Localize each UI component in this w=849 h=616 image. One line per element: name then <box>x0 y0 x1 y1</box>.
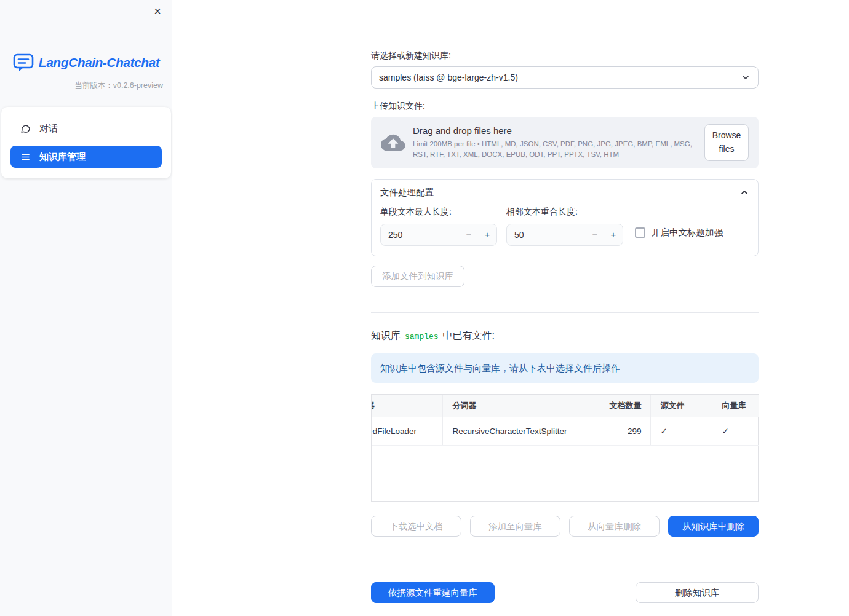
info-banner: 知识库中包含源文件与向量库，请从下表中选择文件后操作 <box>371 353 759 383</box>
minus-icon[interactable]: − <box>460 224 478 245</box>
col-header-splitter[interactable]: 分词器 <box>442 395 583 417</box>
file-config-body: 单段文本最大长度: 250 − + 相邻文本重合长度: 50 − + 开启中文标… <box>372 205 758 256</box>
add-files-button[interactable]: 添加文件到知识库 <box>371 266 464 287</box>
max-length-input[interactable]: 250 − + <box>380 224 497 246</box>
zh-title-enhance-label: 开启中文标题加强 <box>652 227 723 239</box>
divider <box>371 561 759 561</box>
file-config-title: 文件处理配置 <box>380 187 434 199</box>
chat-bubble-icon <box>20 124 31 134</box>
kb-files-suffix: 中已有文件: <box>443 330 495 342</box>
kb-files-table[interactable]: 文档加载器 分词器 文档数量 源文件 向量库 UnstructuredFileL… <box>371 394 759 502</box>
file-config-expander-header[interactable]: 文件处理配置 <box>372 180 758 205</box>
table-header-row: 文档加载器 分词器 文档数量 源文件 向量库 <box>372 395 759 417</box>
plus-icon[interactable]: + <box>478 224 496 245</box>
zh-title-enhance: 开启中文标题加强 <box>635 221 723 243</box>
overlap-group: 相邻文本重合长度: 50 − + <box>506 207 623 246</box>
kb-bottom-buttons: 依据源文件重建向量库 删除知识库 <box>371 582 759 603</box>
col-header-source-file[interactable]: 源文件 <box>650 395 712 417</box>
list-icon <box>20 152 31 162</box>
version-label: 当前版本：v0.2.6-preview <box>0 81 172 91</box>
add-to-vector-store-button[interactable]: 添加至向量库 <box>470 516 560 537</box>
max-length-label: 单段文本最大长度: <box>380 207 497 218</box>
app-title: LangChain-Chatchat <box>39 55 159 70</box>
sidebar-item-dialogue[interactable]: 对话 <box>10 117 162 140</box>
zh-title-enhance-checkbox[interactable] <box>635 227 645 238</box>
uploader-title: Drag and drop files here <box>413 125 698 136</box>
overlap-value: 50 <box>507 224 586 245</box>
chevron-up-icon <box>739 188 749 197</box>
overlap-input[interactable]: 50 − + <box>506 224 623 246</box>
file-config-expander: 文件处理配置 单段文本最大长度: 250 − + 相邻文本重合长度: 50 <box>371 179 759 256</box>
cell-source-check: ✓ <box>650 417 712 445</box>
col-header-vector-store[interactable]: 向量库 <box>712 395 759 417</box>
max-length-group: 单段文本最大长度: 250 − + <box>380 207 497 246</box>
chevron-down-icon <box>741 73 751 82</box>
kb-select[interactable]: samples (faiss @ bge-large-zh-v1.5) <box>371 66 759 89</box>
kb-select-label: 请选择或新建知识库: <box>371 50 759 61</box>
uploader-limit: Limit 200MB per file • HTML, MD, JSON, C… <box>413 139 698 159</box>
cell-doc-count: 299 <box>583 417 650 445</box>
cloud-upload-icon <box>381 130 405 155</box>
delete-from-vector-store-button[interactable]: 从向量库删除 <box>569 516 660 537</box>
minus-icon[interactable]: − <box>586 224 604 245</box>
max-length-value: 250 <box>381 224 460 245</box>
cell-splitter: RecursiveCharacterTextSplitter <box>442 417 583 445</box>
sidebar-item-knowledge-base[interactable]: 知识库管理 <box>10 146 162 168</box>
cell-loader: UnstructuredFileLoader <box>372 417 442 445</box>
file-uploader-dropzone[interactable]: Drag and drop files here Limit 200MB per… <box>371 117 759 168</box>
sidebar: × LangChain-Chatchat 当前版本：v0.2.6-preview… <box>0 0 172 616</box>
plus-icon[interactable]: + <box>604 224 623 245</box>
kb-name-code: samples <box>405 332 439 341</box>
kb-files-heading: 知识库 samples 中已有文件: <box>371 330 759 342</box>
download-selected-button[interactable]: 下载选中文档 <box>371 516 461 537</box>
uploader-texts: Drag and drop files here Limit 200MB per… <box>413 125 704 159</box>
kb-select-value: samples (faiss @ bge-large-zh-v1.5) <box>379 73 741 82</box>
file-action-buttons: 下载选中文档 添加至向量库 从向量库删除 从知识库中删除 <box>371 516 759 537</box>
divider <box>371 312 759 313</box>
sidebar-item-label: 知识库管理 <box>39 151 86 163</box>
delete-kb-button[interactable]: 删除知识库 <box>636 582 759 603</box>
sidebar-menu: 对话 知识库管理 <box>1 107 171 178</box>
table-row[interactable]: UnstructuredFileLoader RecursiveCharacte… <box>372 417 759 445</box>
col-header-loader[interactable]: 文档加载器 <box>372 395 442 417</box>
logo: LangChain-Chatchat <box>0 53 172 72</box>
browse-files-button[interactable]: Browse files <box>704 124 749 160</box>
sidebar-item-label: 对话 <box>39 123 58 135</box>
main-content: 请选择或新建知识库: samples (faiss @ bge-large-zh… <box>371 0 759 603</box>
cell-vector-check: ✓ <box>712 417 759 445</box>
uploader-label: 上传知识文件: <box>371 101 759 112</box>
rebuild-vector-store-button[interactable]: 依据源文件重建向量库 <box>371 582 495 603</box>
logo-chat-icon <box>13 53 34 72</box>
overlap-label: 相邻文本重合长度: <box>506 207 623 218</box>
kb-files-prefix: 知识库 <box>371 330 401 342</box>
col-header-doc-count[interactable]: 文档数量 <box>583 395 650 417</box>
delete-from-kb-button[interactable]: 从知识库中删除 <box>668 516 759 537</box>
info-text: 知识库中包含源文件与向量库，请从下表中选择文件后操作 <box>380 363 620 374</box>
sidebar-close-icon[interactable]: × <box>150 4 165 18</box>
